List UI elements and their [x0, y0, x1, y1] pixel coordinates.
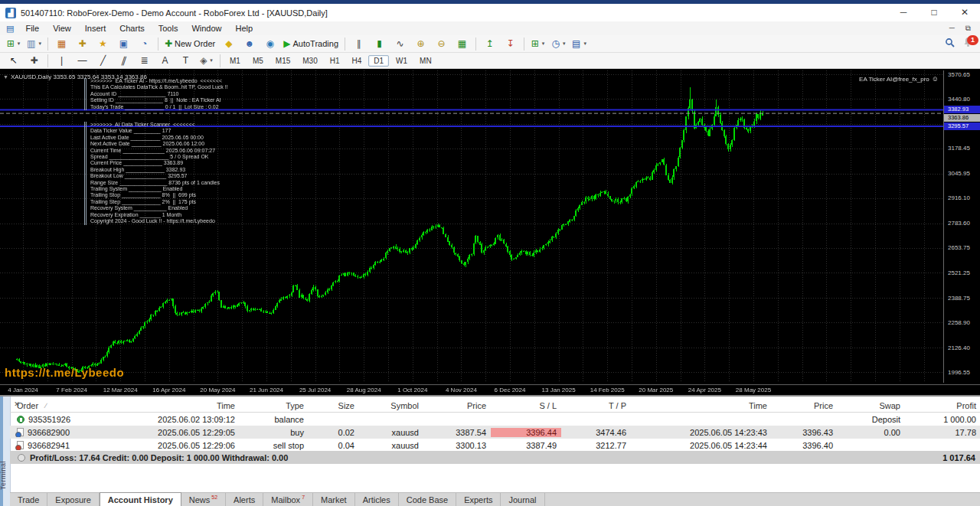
order-row-936682900[interactable]: 9366829002025.06.05 12:29:05buy0.02xauus… — [10, 426, 980, 439]
notifications-button[interactable]: 1 — [963, 37, 975, 49]
column-header-swap[interactable]: Swap — [838, 401, 905, 410]
column-header-time[interactable]: Time — [77, 401, 240, 410]
close-button[interactable]: ✕ — [949, 4, 980, 21]
cell-swap: 0.00 — [838, 428, 905, 437]
column-header-price2[interactable]: Price — [772, 401, 838, 410]
tab-exposure[interactable]: Exposure — [47, 493, 99, 506]
tab-journal[interactable]: Journal — [501, 493, 544, 506]
tab-market[interactable]: Market — [313, 493, 355, 506]
orders-table-header[interactable]: Order∕TimeTypeSizeSymbolPriceS / LT / PT… — [10, 399, 980, 413]
ea-panel-line: Trailing System ___________ Enabled — [90, 186, 220, 192]
menu-file[interactable]: File — [18, 21, 46, 35]
column-header-type[interactable]: Type — [240, 401, 309, 410]
timeframe-d1[interactable]: D1 — [368, 55, 389, 67]
terminal-button[interactable]: ▣ — [114, 36, 133, 52]
cursor-tool[interactable]: ↖ — [4, 53, 23, 69]
timeframe-m30[interactable]: M30 — [297, 55, 322, 67]
tab-account-history[interactable]: Account History — [100, 492, 181, 506]
price-axis[interactable]: 3570.653440.803178.453045.952916.102783.… — [943, 70, 980, 383]
tile-windows-button[interactable]: ▦ — [452, 36, 472, 52]
tab-articles[interactable]: Articles — [355, 493, 399, 506]
date-axis[interactable]: 4 Jan 20247 Feb 202412 Mar 202416 Apr 20… — [0, 384, 980, 396]
tab-label: Account History — [108, 495, 173, 504]
line-chart-button[interactable]: ∿ — [390, 36, 410, 52]
tab-news[interactable]: News52 — [181, 493, 226, 506]
tab-experts[interactable]: Experts — [456, 493, 501, 506]
shapes-tool[interactable]: ◈ — [197, 53, 216, 69]
options-button[interactable]: ☻ — [240, 36, 259, 52]
order-row-936682941[interactable]: 9366829412025.06.05 12:29:06sell stop0.0… — [10, 439, 980, 452]
column-header-sl[interactable]: S / L — [491, 401, 561, 410]
menu-view[interactable]: View — [46, 21, 78, 35]
ea-panel-line: Setting ID ________________ 8 || Note : … — [90, 97, 228, 103]
menu-charts[interactable]: Charts — [113, 21, 151, 35]
fibonacci-tool[interactable]: ≣ — [135, 53, 154, 69]
column-header-profit[interactable]: Profit — [905, 401, 980, 410]
horizontal-line-tool[interactable]: — — [73, 53, 92, 69]
chart-window-icon[interactable]: ▤ — [6, 24, 14, 34]
timeframe-m5[interactable]: M5 — [247, 55, 269, 67]
maximize-button[interactable]: □ — [919, 4, 949, 21]
market-watch-button[interactable]: ▦ — [52, 36, 71, 52]
chart-canvas[interactable] — [0, 70, 943, 383]
periods-button[interactable]: ◷ — [549, 36, 568, 52]
timeframe-m1[interactable]: M1 — [224, 55, 246, 67]
child-restore-button[interactable]: ⧉ — [965, 24, 971, 33]
date-tick-label: 21 Jun 2024 — [250, 387, 283, 393]
column-header-symbol[interactable]: Symbol — [359, 401, 423, 410]
tab-code-base[interactable]: Code Base — [399, 493, 456, 506]
tab-alerts[interactable]: Alerts — [226, 493, 263, 506]
column-header-time2[interactable]: Time — [631, 401, 772, 410]
trendline-tool[interactable]: ╱ — [93, 53, 113, 69]
data-window-button[interactable]: ✚ — [73, 36, 92, 52]
zoom-in-button[interactable]: ⊕ — [411, 36, 430, 52]
tab-mailbox[interactable]: Mailbox7 — [263, 493, 313, 506]
fullscreen-button[interactable]: ◉ — [260, 36, 279, 52]
crosshair-tool[interactable]: ✚ — [24, 53, 44, 69]
timeframe-w1[interactable]: W1 — [390, 55, 413, 67]
order-row-935351926[interactable]: 9353519262025.06.02 13:09:12balanceDepos… — [10, 413, 980, 426]
date-tick-label: 14 Feb 2025 — [590, 387, 625, 393]
column-header-price[interactable]: Price — [423, 401, 491, 410]
channel-tool[interactable]: ∥ — [114, 53, 133, 69]
auto-scroll-button[interactable]: ↥ — [480, 36, 499, 52]
templates-button[interactable]: ▤ — [570, 36, 589, 52]
strategy-tester-button[interactable]: ◔ — [135, 36, 154, 52]
cell-time: 2025.06.05 12:29:06 — [77, 441, 240, 450]
menu-help[interactable]: Help — [229, 21, 260, 35]
minimize-button[interactable]: ─ — [888, 4, 919, 21]
bar-chart-button[interactable]: ∥ — [349, 36, 368, 52]
zoom-out-button[interactable]: ⊖ — [432, 36, 451, 52]
menu-tools[interactable]: Tools — [152, 21, 185, 35]
new-order-button[interactable]: ✚New Order — [162, 36, 217, 52]
one-click-trading-arrow[interactable]: ▼ — [3, 74, 8, 80]
indicators-button[interactable]: ⊞ — [528, 36, 547, 52]
search-icon[interactable] — [945, 38, 956, 48]
timeframe-mn[interactable]: MN — [414, 55, 437, 67]
vertical-line-tool[interactable]: | — [52, 53, 71, 69]
column-header-size[interactable]: Size — [309, 401, 359, 410]
navigator-button[interactable]: ★ — [93, 36, 113, 52]
child-minimize-button[interactable]: ─ — [949, 24, 955, 33]
candlestick-chart-button[interactable]: ▮ — [370, 36, 389, 52]
timeframe-m15[interactable]: M15 — [270, 55, 296, 67]
chart-shift-button[interactable]: ↧ — [501, 36, 520, 52]
metaeditor-button[interactable]: ◆ — [219, 36, 238, 52]
text-tool[interactable]: A — [155, 53, 175, 69]
column-header-tp[interactable]: T / P — [561, 401, 631, 410]
menu-window[interactable]: Window — [185, 21, 228, 35]
title-bar[interactable]: ▟ 501407110: RoboForex-Demo - Demo Accou… — [0, 4, 980, 21]
new-chart-button[interactable]: ⊞ — [4, 36, 23, 52]
label-tool[interactable]: T — [176, 53, 195, 69]
tab-label: Alerts — [234, 495, 255, 504]
menu-insert[interactable]: Insert — [78, 21, 113, 35]
timeframe-h4[interactable]: H4 — [347, 55, 368, 67]
timeframe-h1[interactable]: H1 — [325, 55, 345, 67]
date-tick-label: 4 Jan 2024 — [8, 387, 38, 393]
cell-time2: 2025.06.05 14:23:44 — [631, 441, 772, 450]
column-header-order[interactable]: Order∕ — [10, 401, 77, 410]
tab-trade[interactable]: Trade — [10, 493, 47, 506]
autotrading-button[interactable]: ▶AutoTrading — [281, 36, 341, 52]
column-header-label: Type — [286, 401, 304, 410]
profiles-button[interactable]: ▥ — [24, 36, 44, 52]
